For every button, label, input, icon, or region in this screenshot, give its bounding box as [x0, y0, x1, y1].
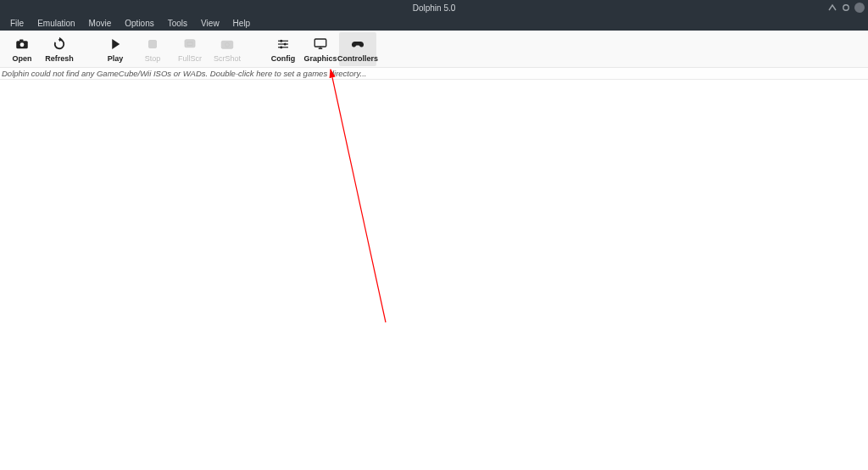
gamepad-icon — [350, 36, 365, 53]
svg-line-18 — [331, 70, 386, 322]
config-label: Config — [271, 54, 296, 63]
svg-rect-6 — [187, 42, 192, 46]
play-icon — [108, 36, 123, 53]
graphics-button[interactable]: Graphics — [302, 32, 339, 66]
menu-help[interactable]: Help — [226, 19, 258, 28]
controllers-label: Controllers — [337, 54, 378, 63]
camera-icon — [14, 36, 30, 53]
svg-rect-3 — [19, 39, 24, 41]
svg-point-0 — [843, 5, 849, 10]
stop-button: Stop — [134, 32, 171, 66]
controllers-button[interactable]: Controllers — [339, 32, 376, 66]
refresh-icon — [52, 36, 67, 53]
empty-state-row[interactable]: Dolphin could not find any GameCube/Wii … — [0, 68, 868, 80]
annotation-arrow — [0, 68, 868, 470]
maximize-button[interactable] — [841, 3, 851, 13]
refresh-button[interactable]: Refresh — [41, 32, 78, 66]
toolbar: Open Refresh Play Stop FullScr ScrShot — [0, 31, 868, 68]
stop-label: Stop — [145, 54, 161, 63]
menu-bar: File Emulation Movie Options Tools View … — [0, 15, 868, 31]
svg-rect-4 — [149, 41, 157, 48]
fullscreen-icon — [182, 36, 198, 53]
menu-options[interactable]: Options — [118, 19, 160, 28]
menu-movie[interactable]: Movie — [82, 19, 119, 28]
stop-icon — [145, 36, 160, 53]
config-button[interactable]: Config — [264, 32, 302, 66]
sliders-icon — [275, 36, 291, 53]
svg-rect-16 — [319, 48, 323, 50]
minimize-button[interactable] — [827, 3, 837, 13]
graphics-label: Graphics — [303, 54, 337, 63]
game-list-area[interactable]: Dolphin could not find any GameCube/Wii … — [0, 68, 868, 470]
close-button[interactable] — [854, 3, 865, 13]
svg-point-14 — [280, 46, 282, 48]
svg-point-13 — [284, 43, 287, 46]
screenshot-icon — [220, 36, 235, 53]
svg-point-2 — [20, 42, 25, 47]
screenshot-button: ScrShot — [209, 32, 246, 66]
svg-point-8 — [225, 42, 230, 47]
title-bar: Dolphin 5.0 — [0, 0, 868, 15]
svg-rect-15 — [314, 39, 326, 47]
window-controls — [827, 3, 865, 13]
fullscreen-button: FullScr — [171, 32, 209, 66]
window-title: Dolphin 5.0 — [413, 3, 456, 13]
svg-point-12 — [280, 40, 282, 42]
menu-tools[interactable]: Tools — [161, 19, 194, 28]
menu-emulation[interactable]: Emulation — [31, 19, 81, 28]
screenshot-label: ScrShot — [214, 54, 241, 63]
empty-state-message: Dolphin could not find any GameCube/Wii … — [2, 69, 366, 78]
open-button[interactable]: Open — [3, 32, 41, 66]
menu-view[interactable]: View — [194, 19, 226, 28]
play-button[interactable]: Play — [97, 32, 134, 66]
play-label: Play — [108, 54, 124, 63]
refresh-label: Refresh — [45, 54, 74, 63]
menu-file[interactable]: File — [3, 19, 31, 28]
open-label: Open — [12, 54, 31, 63]
fullscreen-label: FullScr — [178, 54, 202, 63]
monitor-icon — [313, 36, 328, 53]
